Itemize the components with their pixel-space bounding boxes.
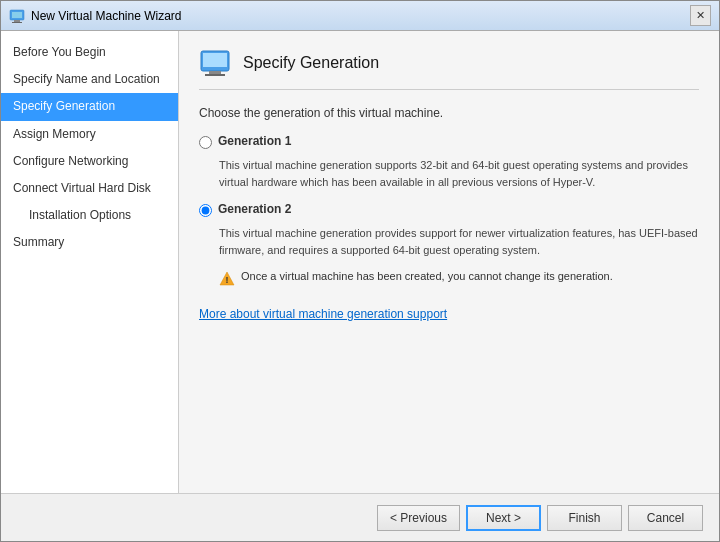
svg-rect-7 — [205, 74, 225, 76]
generation2-description: This virtual machine generation provides… — [219, 225, 699, 258]
warning-icon: ! — [219, 271, 235, 287]
content-area: Before You Begin Specify Name and Locati… — [1, 31, 719, 493]
window-icon — [9, 8, 25, 24]
generation2-option[interactable]: Generation 2 — [199, 202, 699, 217]
svg-text:!: ! — [226, 275, 229, 285]
bottom-bar: < Previous Next > Finish Cancel — [1, 493, 719, 541]
sidebar: Before You Begin Specify Name and Locati… — [1, 31, 179, 493]
close-button[interactable]: ✕ — [690, 5, 711, 26]
generation1-label[interactable]: Generation 1 — [218, 134, 291, 148]
warning-text: Once a virtual machine has been created,… — [241, 270, 613, 282]
cancel-button[interactable]: Cancel — [628, 505, 703, 531]
sidebar-item-assign-memory[interactable]: Assign Memory — [1, 121, 178, 148]
generation1-description: This virtual machine generation supports… — [219, 157, 699, 190]
generation1-option[interactable]: Generation 1 — [199, 134, 699, 149]
page-icon — [199, 47, 231, 79]
sidebar-item-configure-networking[interactable]: Configure Networking — [1, 148, 178, 175]
sidebar-item-summary[interactable]: Summary — [1, 229, 178, 256]
previous-button[interactable]: < Previous — [377, 505, 460, 531]
svg-rect-5 — [203, 53, 227, 67]
svg-rect-3 — [12, 22, 22, 23]
next-button[interactable]: Next > — [466, 505, 541, 531]
title-bar: New Virtual Machine Wizard ✕ — [1, 1, 719, 31]
warning-box: ! Once a virtual machine has been create… — [219, 270, 699, 287]
sidebar-item-connect-vhd[interactable]: Connect Virtual Hard Disk — [1, 175, 178, 202]
main-content: Specify Generation Choose the generation… — [179, 31, 719, 493]
sidebar-item-specify-generation[interactable]: Specify Generation — [1, 93, 178, 120]
page-header: Specify Generation — [199, 47, 699, 90]
svg-rect-6 — [209, 71, 221, 74]
sidebar-item-before-you-begin[interactable]: Before You Begin — [1, 39, 178, 66]
sidebar-item-specify-name[interactable]: Specify Name and Location — [1, 66, 178, 93]
svg-rect-1 — [12, 12, 22, 18]
page-title: Specify Generation — [243, 54, 379, 72]
more-info-link[interactable]: More about virtual machine generation su… — [199, 307, 447, 321]
page-description: Choose the generation of this virtual ma… — [199, 106, 699, 120]
sidebar-item-installation-options[interactable]: Installation Options — [1, 202, 178, 229]
wizard-window: New Virtual Machine Wizard ✕ Before You … — [0, 0, 720, 542]
svg-rect-2 — [14, 20, 20, 22]
link-area: More about virtual machine generation su… — [199, 307, 699, 321]
finish-button[interactable]: Finish — [547, 505, 622, 531]
window-title: New Virtual Machine Wizard — [31, 9, 690, 23]
generation1-radio[interactable] — [199, 136, 212, 149]
generation2-radio[interactable] — [199, 204, 212, 217]
generation2-label[interactable]: Generation 2 — [218, 202, 291, 216]
